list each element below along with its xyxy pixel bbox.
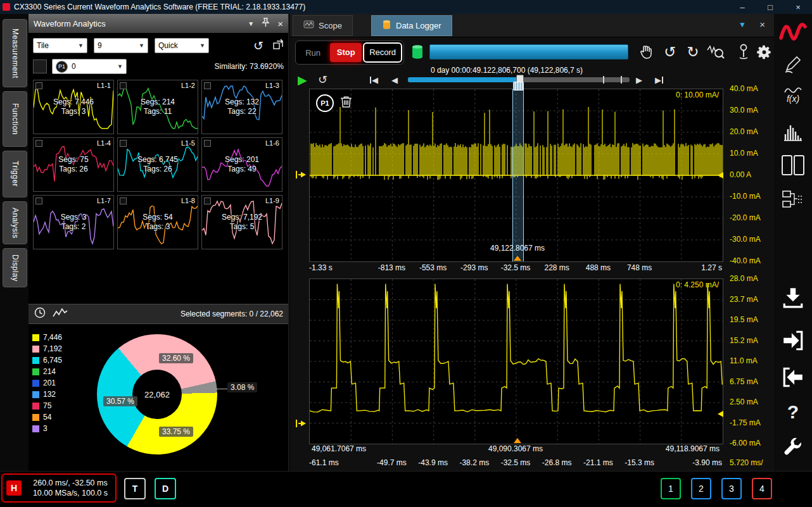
export-icon[interactable] [782, 366, 804, 389]
segment-donut-chart[interactable]: 22,062 [97, 334, 217, 454]
rearrange-icon[interactable] [272, 39, 284, 53]
segment-total: 22,062 [144, 390, 170, 399]
tile-segs-label: Segs: 75 [58, 155, 88, 165]
pin-icon[interactable] [262, 18, 270, 29]
waveform-tile[interactable]: L1-3Segs: 132Tags: 22 [201, 80, 282, 134]
skip-to-end-button[interactable]: ▶ [655, 72, 663, 87]
waveform-tile[interactable]: L1-9Segs: 7,192Tags: 5 [201, 195, 282, 249]
quick-select[interactable]: Quick ▼ [155, 38, 209, 53]
waveform-analytics-panel: Waveform Analytics ▼ × Tile ▼ 9 ▼ Quick … [29, 14, 289, 472]
time-cursor-handle[interactable] [513, 82, 524, 91]
x-axis-label: -21.1 ms [583, 458, 613, 467]
tab-scope[interactable]: Scope [293, 15, 353, 36]
cursor-marker-icon [514, 438, 521, 443]
wrench-icon[interactable] [783, 437, 803, 457]
marker-pin-icon[interactable] [733, 42, 754, 62]
channel-scale-label: 0: 4.250 mA/ [676, 280, 719, 289]
y-axis-label: -30.0 mA [730, 235, 761, 244]
play-button[interactable]: ▶ [298, 72, 307, 87]
legend-item[interactable]: 54 [32, 413, 62, 422]
legend-item[interactable]: 7,192 [32, 344, 62, 353]
waveform-tree-icon[interactable] [782, 189, 804, 211]
p1-marker-badge[interactable]: P1 [316, 94, 334, 112]
save-to-disk-icon[interactable] [782, 286, 804, 309]
panel-dropdown-icon[interactable]: ▼ [248, 20, 254, 27]
segment-pie-section: 7,4467,1926,74521420113275543 22,062 32.… [29, 325, 288, 472]
step-forward-button[interactable]: ▶ [636, 72, 642, 87]
tab-close-icon[interactable]: × [759, 19, 765, 30]
undo-icon[interactable]: ↺ [660, 42, 680, 62]
replay-button[interactable]: ↺ [318, 72, 327, 87]
tile-segs-label: Segs: 201 [225, 155, 259, 165]
annotation-pen-icon[interactable] [783, 54, 802, 73]
chevron-down-icon: ▼ [196, 42, 205, 49]
legend-item[interactable]: 75 [32, 401, 62, 410]
math-function-icon[interactable]: f(x) [784, 87, 802, 104]
skip-to-start-button[interactable]: ◀ [370, 72, 378, 87]
waveform-tile[interactable]: L1-6Segs: 201Tags: 49 [201, 137, 282, 192]
stop-button[interactable]: Stop [330, 43, 362, 62]
split-view-icon[interactable] [781, 154, 805, 176]
pattern-swatch[interactable] [33, 59, 47, 73]
tab-data-logger[interactable]: Data Logger [371, 15, 452, 36]
time-cursor[interactable] [512, 89, 524, 261]
history-icon[interactable] [34, 306, 46, 322]
channel-button-2[interactable]: 2 [691, 478, 711, 499]
right-toolbar: f(x) ? [774, 14, 812, 472]
zoom-x-axis: -61.1 ms-49.7 ms-43.9 ms-38.2 ms-32.5 ms… [309, 458, 722, 468]
waveform-tile[interactable]: L1-4Segs: 75Tags: 26 [33, 137, 114, 192]
channel-button-4[interactable]: 4 [752, 478, 772, 499]
close-button[interactable]: × [784, 0, 812, 14]
waveform-zoom-icon[interactable] [706, 42, 726, 62]
x-axis-label: -32.5 ms [501, 458, 531, 467]
digital-status-button[interactable]: D [155, 478, 176, 499]
help-icon[interactable]: ? [787, 401, 799, 423]
y-axis-label: 15.2 mA [730, 336, 758, 345]
undo-icon[interactable]: ↺ [253, 39, 263, 53]
waveform-tile[interactable]: L1-1Segs: 7,446Tags: 3 [33, 80, 114, 134]
minimize-button[interactable]: – [728, 0, 756, 14]
channel-button-3[interactable]: 3 [721, 478, 742, 499]
redo-icon[interactable]: ↻ [683, 42, 703, 62]
tab-list-dropdown-icon[interactable]: ▼ [739, 20, 746, 29]
record-button[interactable]: Record [363, 42, 402, 63]
tile-count-select[interactable]: 9 ▼ [94, 38, 148, 53]
legend-item[interactable]: 3 [32, 424, 62, 433]
sidebar-item-display[interactable]: Display [3, 248, 27, 287]
waveform-tile[interactable]: L1-2Segs: 214Tags: 11 [117, 80, 198, 134]
step-back-button[interactable]: ◀ [391, 72, 398, 87]
import-icon[interactable] [782, 329, 804, 352]
panel-close-icon[interactable]: × [277, 18, 283, 29]
zoom-chart[interactable]: 0: 4.250 mA/ [309, 279, 723, 444]
waveform-tile[interactable]: L1-8Segs: 54Tags: 3 [117, 195, 198, 249]
trend-chart-icon[interactable] [53, 307, 68, 321]
maximize-button[interactable]: □ [756, 0, 784, 14]
sidebar-item-analysis[interactable]: Analysis [3, 201, 27, 244]
legend-item[interactable]: 7,446 [32, 333, 62, 342]
overview-chart[interactable]: P1 0: 10.00 mA/ 49,122.8067 ms [309, 89, 723, 262]
x-axis-label: 228 ms [545, 263, 569, 272]
legend-item[interactable]: 132 [32, 390, 62, 399]
time-label: 49,090.3067 ms [488, 444, 543, 453]
gear-icon[interactable] [754, 42, 774, 62]
chevron-down-icon: ▼ [74, 42, 84, 49]
tile-mode-select[interactable]: Tile ▼ [33, 38, 87, 53]
pattern-select[interactable]: P1 0 ▼ [52, 59, 127, 74]
legend-item[interactable]: 6,745 [32, 356, 62, 365]
horizontal-settings-box[interactable]: H 260.0 ms/, -32.50 ms 10.00 MSa/s, 100.… [1, 473, 117, 503]
sidebar-item-function[interactable]: Function [3, 91, 27, 147]
run-control-group: Run Stop Record [295, 41, 404, 65]
waveform-tile[interactable]: L1-5Segs: 6,745Tags: 26 [117, 137, 198, 192]
sidebar-item-measurement[interactable]: Measurement [3, 19, 27, 87]
channel-button-1[interactable]: 1 [661, 478, 681, 499]
trigger-status-button[interactable]: T [124, 478, 146, 499]
sidebar-item-trigger[interactable]: Trigger [3, 151, 27, 197]
legend-item[interactable]: 201 [32, 379, 62, 387]
pan-hand-icon[interactable] [636, 42, 656, 62]
legend-item[interactable]: 214 [32, 367, 62, 376]
ground-marker-icon [295, 170, 307, 182]
waveform-tile[interactable]: L1-7Segs: 3Tags: 2 [33, 195, 114, 249]
histogram-icon[interactable] [783, 123, 803, 142]
run-button[interactable]: Run [297, 48, 329, 58]
x-axis-label: -15.3 ms [625, 458, 654, 467]
